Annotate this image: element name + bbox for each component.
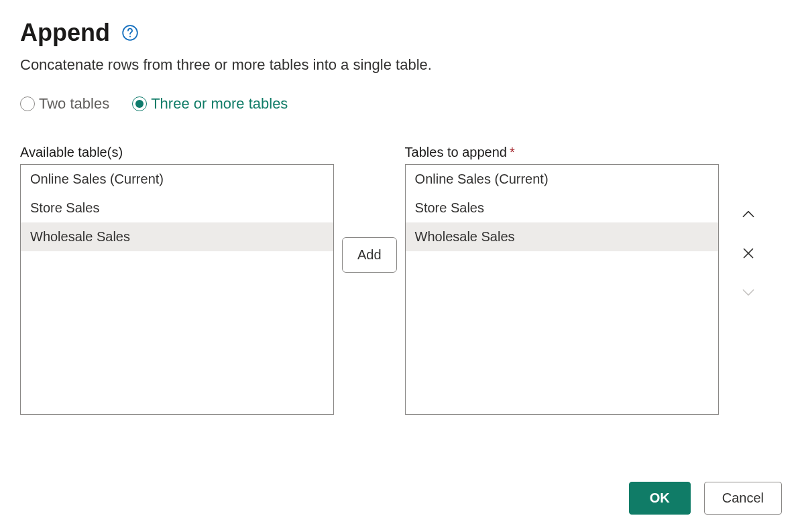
move-up-button[interactable] [738, 204, 759, 225]
radio-circle-icon [132, 96, 147, 111]
dialog-title: Append [20, 19, 110, 47]
middle-controls: Add [342, 145, 397, 273]
list-item[interactable]: Wholesale Sales [21, 222, 333, 251]
tables-to-append-label: Tables to append* [405, 145, 719, 160]
append-dialog: Append Concatenate rows from three or mo… [0, 0, 802, 532]
reorder-controls [727, 145, 759, 303]
cancel-button[interactable]: Cancel [704, 482, 782, 515]
list-item[interactable]: Store Sales [406, 194, 718, 222]
dialog-subtitle: Concatenate rows from three or more tabl… [20, 56, 782, 74]
ok-button[interactable]: OK [629, 482, 691, 515]
available-tables-listbox[interactable]: Online Sales (Current)Store SalesWholesa… [20, 164, 334, 415]
radio-label: Two tables [39, 95, 109, 113]
list-item[interactable]: Online Sales (Current) [406, 165, 718, 194]
required-asterisk: * [510, 145, 515, 159]
tables-to-append-column: Tables to append* Online Sales (Current)… [405, 145, 719, 415]
available-tables-column: Available table(s) Online Sales (Current… [20, 145, 334, 415]
available-tables-label: Available table(s) [20, 145, 334, 160]
tables-to-append-label-text: Tables to append [405, 145, 507, 159]
dialog-header: Append [20, 19, 782, 47]
list-item[interactable]: Online Sales (Current) [21, 165, 333, 194]
remove-button[interactable] [738, 243, 759, 264]
list-item[interactable]: Store Sales [21, 194, 333, 222]
radio-three-or-more-tables[interactable]: Three or more tables [132, 95, 288, 113]
radio-label: Three or more tables [151, 95, 288, 113]
table-count-radio-group: Two tables Three or more tables [20, 95, 782, 113]
tables-to-append-listbox[interactable]: Online Sales (Current)Store SalesWholesa… [405, 164, 719, 415]
list-item[interactable]: Wholesale Sales [406, 222, 718, 251]
radio-dot-icon [135, 100, 144, 108]
tables-columns: Available table(s) Online Sales (Current… [20, 145, 782, 415]
add-button[interactable]: Add [342, 237, 397, 273]
move-down-button[interactable] [738, 281, 759, 303]
svg-point-1 [129, 36, 131, 37]
radio-two-tables[interactable]: Two tables [20, 95, 109, 113]
dialog-footer: OK Cancel [629, 482, 782, 515]
radio-circle-icon [20, 96, 35, 111]
help-icon[interactable] [121, 23, 139, 42]
